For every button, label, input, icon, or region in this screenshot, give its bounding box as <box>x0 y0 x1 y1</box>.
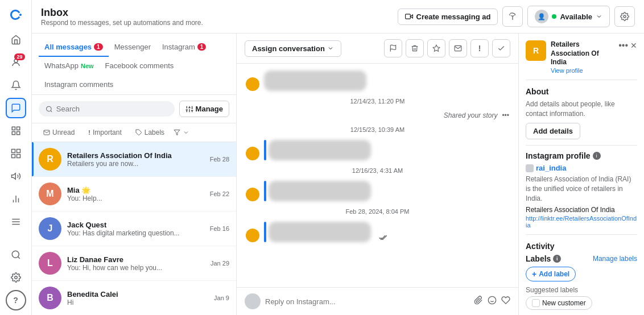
svg-point-21 <box>624 15 626 18</box>
message-row <box>246 71 509 91</box>
main-content: Inbox Respond to messages, set up automa… <box>32 0 644 315</box>
ig-link[interactable]: http://linktr.ee/RetailersAssociationOfI… <box>526 215 637 229</box>
unread-filter[interactable]: Unread <box>39 127 79 138</box>
email-action-button[interactable] <box>449 39 467 57</box>
svg-rect-1 <box>12 127 15 130</box>
message-avatar <box>246 147 259 160</box>
megaphone-icon[interactable] <box>6 166 26 186</box>
double-check-icon <box>378 233 387 242</box>
delete-action-button[interactable] <box>406 39 424 57</box>
chart-icon[interactable] <box>6 189 26 209</box>
chevron-down-icon <box>183 129 189 136</box>
conversation-item-jack[interactable]: J Jack Quest You: Has digital marketing … <box>32 212 236 246</box>
instagram-badge: 1 <box>197 43 207 51</box>
message-timestamp: 12/14/23, 11:20 PM <box>246 96 509 107</box>
instagram-profile-section: Instagram profile i rai_india Retailers … <box>526 151 637 228</box>
svg-point-38 <box>488 296 496 304</box>
conversation-item-liz[interactable]: L Liz Danae Favre You: Hi, how can we he… <box>32 246 236 281</box>
tab-messenger[interactable]: Messenger <box>109 38 156 57</box>
emoji-icon[interactable] <box>488 296 497 307</box>
bell-icon[interactable] <box>6 75 26 96</box>
svg-point-22 <box>47 106 52 111</box>
profile-info-header: R RetailersAssociation OfIndia View prof… <box>526 40 599 74</box>
add-details-button[interactable]: Add details <box>526 123 580 139</box>
done-action-button[interactable] <box>492 39 510 57</box>
reply-input[interactable] <box>265 297 469 306</box>
message-thread-indicator <box>264 181 266 201</box>
label-checkbox[interactable] <box>532 299 540 307</box>
labels-header: Labels i Manage labels <box>526 254 637 263</box>
home-icon[interactable] <box>6 30 26 50</box>
avatar: R <box>39 148 61 171</box>
tab-whatsapp[interactable]: WhatsApp New <box>39 57 100 76</box>
menu-icon[interactable] <box>6 212 26 232</box>
about-section: About Add details about people, like con… <box>526 87 637 140</box>
filter-bar: Unread ! Important Labels <box>32 123 236 142</box>
tab-all-messages[interactable]: All messages 1 <box>39 38 109 57</box>
settings-nav-icon[interactable] <box>6 267 26 288</box>
search-input-wrap[interactable] <box>39 101 175 117</box>
assign-conversation-button[interactable]: Assign conversation <box>245 40 341 57</box>
search-nav-icon[interactable] <box>6 244 26 265</box>
tab-facebook-comments[interactable]: Facebook comments <box>100 57 180 76</box>
add-label-button[interactable]: + Add label <box>526 267 576 281</box>
view-profile-link[interactable]: View profile <box>551 67 599 74</box>
ig-logo-icon <box>526 164 534 172</box>
message-thread-indicator <box>264 140 266 160</box>
right-panel-actions: ••• ✕ <box>618 40 637 51</box>
attachment-icon[interactable] <box>474 296 483 307</box>
connectivity-button[interactable] <box>502 6 523 27</box>
pages-icon[interactable] <box>6 121 26 141</box>
labels-filter[interactable]: Labels <box>131 127 169 138</box>
message-timestamp: 12/15/23, 10:39 AM <box>246 124 509 135</box>
conversation-item-mia[interactable]: M Mia 🌟 You: Help... Feb 22 <box>32 177 236 212</box>
top-header: Inbox Respond to messages, set up automa… <box>32 0 644 34</box>
manage-button[interactable]: Manage <box>179 101 229 117</box>
help-icon[interactable]: ? <box>6 290 26 310</box>
filter-more-btn[interactable] <box>174 129 189 136</box>
profile-name: RetailersAssociation OfIndia <box>551 40 599 67</box>
ig-username[interactable]: rai_india <box>526 164 637 172</box>
message-avatar <box>246 188 259 201</box>
about-description: Add details about people, like contact i… <box>526 100 637 119</box>
create-ad-button[interactable]: Create messaging ad <box>398 9 498 25</box>
conversation-item-retailers[interactable]: R Retailers Association Of India Retaile… <box>32 142 236 177</box>
inbox-search-bar: Manage <box>32 95 236 123</box>
message-bubble <box>269 181 371 201</box>
convo-info: Retailers Association Of India Retailers… <box>67 151 204 168</box>
heart-icon[interactable] <box>501 296 510 307</box>
person-icon[interactable]: 29 <box>6 52 26 73</box>
ig-profile-title: Instagram profile <box>526 151 591 160</box>
svg-marker-19 <box>410 15 412 18</box>
flag-action-button[interactable] <box>384 39 402 57</box>
tab-instagram-comments[interactable]: Instagram comments <box>39 76 119 94</box>
about-title: About <box>526 87 637 96</box>
convo-info: Jack Quest You: Has digital marketing qu… <box>67 221 204 237</box>
available-status-button[interactable]: 👤 Available <box>527 6 610 27</box>
chat-icon[interactable] <box>6 98 26 118</box>
message-row <box>246 181 509 201</box>
mark-action-button[interactable]: ! <box>470 39 489 57</box>
profile-thumbnail: R <box>526 40 546 61</box>
svg-point-18 <box>14 276 17 279</box>
conversation-item-benedita[interactable]: B Benedita Calei Hi Jan 9 <box>32 281 236 315</box>
manage-labels-link[interactable]: Manage labels <box>593 255 637 263</box>
more-icon[interactable]: ••• <box>502 111 509 119</box>
meta-logo-icon[interactable] <box>6 5 26 25</box>
chevron-down-icon <box>327 45 334 52</box>
header-settings-button[interactable] <box>614 6 635 27</box>
conversation-actions: ! <box>384 39 510 57</box>
search-input[interactable] <box>56 105 168 113</box>
new-customer-label-chip[interactable]: New customer <box>526 296 592 310</box>
info-icon[interactable]: i <box>593 152 601 160</box>
messages-area: 12/14/23, 11:20 PM Shared your story •••… <box>237 64 518 287</box>
grid-icon[interactable] <box>6 143 26 164</box>
star-action-button[interactable] <box>427 39 445 57</box>
labels-info-icon[interactable]: i <box>553 255 561 263</box>
important-filter[interactable]: ! Important <box>84 127 126 138</box>
close-panel-button[interactable]: ✕ <box>630 41 637 50</box>
svg-marker-37 <box>433 45 440 51</box>
tab-instagram[interactable]: Instagram 1 <box>156 38 212 57</box>
more-options-button[interactable]: ••• <box>618 40 628 51</box>
convo-info: Benedita Calei Hi <box>67 290 208 306</box>
